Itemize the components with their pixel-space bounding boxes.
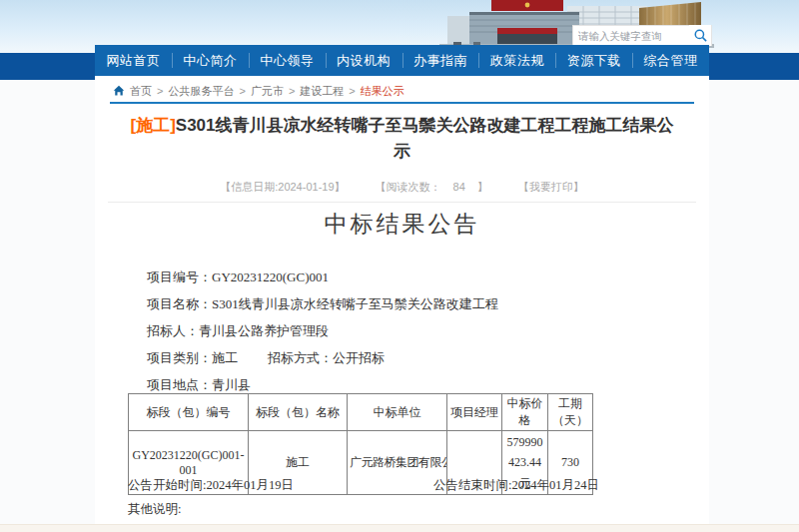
field-label: 项目类别： bbox=[147, 350, 212, 365]
breadcrumb-separator: > bbox=[349, 85, 355, 97]
info-date: 【信息日期:2024-01-19】 bbox=[220, 180, 345, 195]
field-value: 青川县公路养护管理段 bbox=[199, 323, 329, 338]
read-count: 【阅读次数：84】 bbox=[376, 180, 488, 195]
col-price: 中标价格 bbox=[502, 394, 548, 431]
breadcrumb-separator: > bbox=[289, 85, 295, 97]
nav-item-guide[interactable]: 办事指南 bbox=[402, 45, 479, 76]
notice-heading: 中标结果公告 bbox=[95, 209, 709, 240]
nav-item-management[interactable]: 综合管理 bbox=[632, 45, 709, 76]
read-count-value: 84 bbox=[441, 181, 477, 193]
nav-item-about[interactable]: 中心简介 bbox=[172, 45, 249, 76]
nav-item-home[interactable]: 网站首页 bbox=[95, 45, 172, 76]
divider-light bbox=[108, 202, 696, 203]
print-button[interactable]: 【我要打印】 bbox=[518, 180, 584, 195]
category-tag: [施工] bbox=[130, 116, 175, 135]
announce-end: 公告结束时间:2024年01月24日 bbox=[433, 477, 599, 494]
breadcrumb-item-construction[interactable]: 建设工程 bbox=[300, 84, 344, 99]
field-label: 项目地点： bbox=[147, 377, 212, 392]
col-bid-number: 标段（包）编号 bbox=[129, 394, 249, 431]
search-bar bbox=[572, 25, 712, 46]
col-duration: 工期（天） bbox=[548, 394, 593, 431]
search-input[interactable] bbox=[573, 27, 689, 44]
nav-item-leaders[interactable]: 中心领导 bbox=[249, 45, 326, 76]
field-category-and-method: 项目类别：施工招标方式：公开招标 bbox=[147, 344, 693, 371]
content-panel: 首页 > 公共服务平台 > 广元市 > 建设工程 > 结果公示 [施工]S301… bbox=[95, 76, 709, 524]
other-notes-label: 其他说明: bbox=[128, 501, 181, 518]
field-project-number: 项目编号：GY20231220(GC)001 bbox=[147, 264, 693, 290]
field-tenderee: 招标人：青川县公路养护管理段 bbox=[147, 317, 693, 344]
nav-item-downloads[interactable]: 资源下载 bbox=[555, 45, 632, 76]
field-label: 项目名称： bbox=[147, 296, 212, 311]
title-text: S301线青川县凉水经转嘴子至马鬃关公路改建工程工程施工结果公示 bbox=[176, 116, 674, 161]
home-icon[interactable] bbox=[113, 85, 125, 97]
page: 网站首页 中心简介 中心领导 内设机构 办事指南 政策法规 资源下载 综合管理 … bbox=[0, 0, 799, 532]
nav-item-departments[interactable]: 内设机构 bbox=[326, 45, 402, 76]
breadcrumb-separator: > bbox=[157, 85, 163, 97]
announce-start: 公告开始时间:2024年01月19日 bbox=[128, 477, 294, 494]
col-manager: 项目经理 bbox=[447, 394, 502, 431]
field-value: S301线青川县凉水经转嘴子至马鬃关公路改建工程 bbox=[212, 296, 498, 311]
field-value: 青川县 bbox=[212, 377, 251, 392]
field-value: 公开招标 bbox=[333, 350, 385, 365]
breadcrumb: 首页 > 公共服务平台 > 广元市 > 建设工程 > 结果公示 bbox=[113, 83, 404, 99]
table-header-row: 标段（包）编号 标段（包）名称 中标单位 项目经理 中标价格 工期（天） bbox=[129, 394, 593, 431]
read-count-prefix: 【阅读次数： bbox=[376, 181, 441, 193]
breadcrumb-item-service-platform[interactable]: 公共服务平台 bbox=[168, 84, 234, 99]
field-label: 招标方式： bbox=[268, 350, 333, 365]
breadcrumb-item-current: 结果公示 bbox=[361, 84, 404, 99]
breadcrumb-separator: > bbox=[239, 85, 245, 97]
page-title: [施工]S301线青川县凉水经转嘴子至马鬃关公路改建工程工程施工结果公示 bbox=[125, 113, 679, 165]
announcement-dates: 公告开始时间:2024年01月19日 公告结束时间:2024年01月24日 bbox=[128, 477, 599, 494]
field-label: 招标人： bbox=[147, 323, 199, 338]
search-icon[interactable] bbox=[689, 25, 711, 46]
project-fields: 项目编号：GY20231220(GC)001 项目名称：S301线青川县凉水经转… bbox=[147, 264, 693, 398]
field-project-name: 项目名称：S301线青川县凉水经转嘴子至马鬃关公路改建工程 bbox=[147, 290, 693, 317]
field-value: GY20231220(GC)001 bbox=[212, 269, 329, 284]
nav-item-policies[interactable]: 政策法规 bbox=[478, 45, 555, 76]
field-label: 项目编号： bbox=[147, 269, 212, 284]
main-nav: 网站首页 中心简介 中心领导 内设机构 办事指南 政策法规 资源下载 综合管理 bbox=[95, 45, 709, 76]
breadcrumb-item-home[interactable]: 首页 bbox=[130, 84, 152, 99]
field-value: 施工 bbox=[212, 350, 238, 365]
breadcrumb-item-city[interactable]: 广元市 bbox=[251, 84, 284, 99]
divider-blue bbox=[110, 102, 694, 104]
col-bid-name: 标段（包）名称 bbox=[249, 394, 348, 431]
read-count-suffix: 】 bbox=[477, 181, 488, 193]
meta-bar: 【信息日期:2024-01-19】 【阅读次数：84】 【我要打印】 bbox=[95, 180, 709, 195]
col-winner: 中标单位 bbox=[348, 394, 447, 431]
footer-strip bbox=[0, 524, 799, 532]
